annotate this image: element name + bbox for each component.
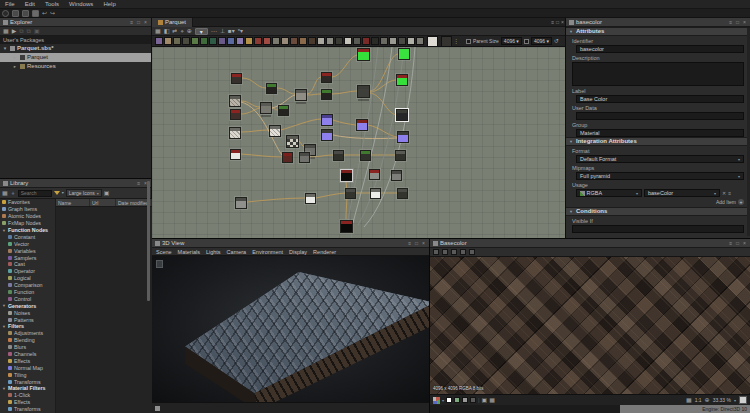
section-attributes[interactable]: ▼Attributes (566, 27, 750, 36)
label-field[interactable]: Base Color (576, 95, 744, 103)
collapse-arrow-icon[interactable]: ▼ (569, 207, 573, 216)
3d-menu-renderer[interactable]: Renderer (313, 248, 336, 255)
column-header-url[interactable]: Url (90, 199, 116, 206)
graph-wire[interactable] (281, 119, 321, 130)
panel-close-icon[interactable]: × (742, 239, 747, 248)
strip-node-thumb[interactable] (173, 37, 181, 45)
strip-node-thumb-large[interactable] (427, 36, 438, 47)
color-picker-swatch[interactable] (739, 396, 747, 404)
strip-node-thumb[interactable] (272, 37, 280, 45)
view-mode-dropdown[interactable]: Large Icons ▾ (66, 189, 102, 197)
visibleif-field[interactable] (572, 225, 744, 233)
channels-icon[interactable] (433, 397, 440, 404)
channel-square[interactable] (446, 397, 452, 403)
target-icon[interactable]: ⌖ (180, 27, 183, 35)
remove-usage-icon[interactable]: ✕ (722, 190, 726, 196)
3d-menu-environment[interactable]: Environment (252, 248, 283, 255)
channel-square[interactable] (470, 397, 476, 403)
graph-wire[interactable] (241, 154, 282, 157)
library-settings-icon[interactable]: ▣ (104, 189, 110, 197)
format-dropdown[interactable]: Default Format▾ (576, 155, 744, 163)
panel-float-icon[interactable]: □ (414, 239, 419, 248)
unlink-icon[interactable]: ⧉ (27, 27, 31, 35)
graph-node[interactable] (340, 169, 353, 182)
2d-viewport[interactable]: 4096 x 4096 RGBA 8 bits (430, 257, 750, 394)
strip-node-thumb[interactable] (182, 37, 190, 45)
filter-caret-icon[interactable]: ▾ (62, 189, 64, 197)
graph-node[interactable] (229, 127, 241, 139)
graph-wire[interactable] (332, 91, 357, 94)
dots-icon[interactable]: ⋯ (211, 27, 217, 35)
new-graph-icon[interactable]: ▦ (3, 27, 9, 35)
graph-wire[interactable] (277, 88, 295, 94)
channel-square[interactable] (454, 397, 460, 403)
add-item-button[interactable]: + (738, 199, 744, 205)
graph-node[interactable] (321, 114, 333, 126)
library-tree-item-effects[interactable]: Effects (0, 357, 55, 364)
graph-node[interactable] (369, 169, 380, 180)
graph-node[interactable] (357, 48, 370, 61)
strip-node-thumb[interactable] (164, 37, 172, 45)
graph-node[interactable] (321, 129, 333, 141)
library-tree-item-patterns[interactable]: Patterns (0, 316, 55, 323)
graph-node[interactable] (397, 188, 408, 199)
pin-icon[interactable]: ⊥ (220, 27, 225, 35)
graph-node[interactable] (345, 188, 356, 199)
graph-wire[interactable] (332, 55, 357, 77)
graph-node[interactable] (266, 83, 277, 94)
strip-node-thumb[interactable] (326, 37, 334, 45)
graph-node[interactable] (397, 131, 409, 143)
graph-node[interactable] (269, 125, 281, 137)
panel-menu-icon[interactable]: ≡ (129, 18, 134, 27)
strip-node-thumb[interactable] (155, 37, 163, 45)
tool-dropdown[interactable]: ▾ (195, 28, 208, 35)
new-package-icon[interactable] (12, 10, 19, 17)
library-new-icon[interactable]: ▦ (2, 189, 8, 197)
library-tree-item-function-nodes[interactable]: ▼Function Nodes (0, 227, 55, 234)
strip-node-thumb[interactable] (200, 37, 208, 45)
graph-wire[interactable] (307, 94, 321, 95)
section-conditions[interactable]: ▼Conditions (566, 207, 750, 216)
expand-arrow-icon[interactable]: ▸ (12, 62, 18, 71)
graph-node[interactable] (321, 72, 332, 83)
overflow-dots-icon[interactable]: ⋮ (453, 37, 459, 45)
strip-node-thumb[interactable] (236, 37, 244, 45)
graph-wire[interactable] (333, 120, 356, 125)
panel-menu-icon[interactable]: ≡ (136, 179, 141, 188)
group-field[interactable]: Material (576, 129, 744, 137)
3d-menu-materials[interactable]: Materials (178, 248, 200, 255)
library-tree-item-logical[interactable]: Logical (0, 275, 55, 282)
3d-viewport[interactable] (152, 256, 429, 402)
library-tree-item-blending[interactable]: Blending (0, 337, 55, 344)
graph-node[interactable] (333, 150, 344, 161)
fx-dropdown-icon[interactable]: *▾ (238, 27, 243, 35)
graph-wire[interactable] (247, 198, 305, 202)
search-icon[interactable] (2, 10, 9, 17)
section-integration-attributes[interactable]: ▼Integration Attributes (566, 137, 750, 146)
graph-node[interactable] (282, 152, 293, 163)
strip-node-thumb[interactable] (362, 37, 370, 45)
library-tree-item-filters[interactable]: ▼Filters (0, 323, 55, 330)
library-tree-item-normal-map[interactable]: Normal Map (0, 364, 55, 371)
graph-node[interactable] (398, 48, 410, 60)
frame-icon[interactable]: ◧ (164, 27, 170, 35)
mipmaps-dropdown[interactable]: Full pyramid▾ (576, 172, 744, 180)
library-tree-item-adjustments[interactable]: Adjustments (0, 330, 55, 337)
library-scrollbar[interactable] (147, 181, 150, 301)
userdata-field[interactable] (576, 112, 744, 120)
reset-size-icon[interactable]: ↺ (554, 37, 559, 45)
graph-wire[interactable] (316, 193, 345, 198)
collapse-arrow-icon[interactable]: ▼ (2, 303, 6, 308)
strip-node-thumb[interactable] (218, 37, 226, 45)
strip-node-thumb[interactable] (344, 37, 352, 45)
menu-windows[interactable]: Windows (64, 0, 98, 8)
library-tree-item-blurs[interactable]: Blurs (0, 344, 55, 351)
zoom-icon[interactable]: ⊕ (187, 27, 192, 35)
graph-node[interactable] (356, 119, 368, 131)
panel-float-icon[interactable]: □ (735, 18, 740, 27)
explorer-item-package[interactable]: ▼ Parquet.sbs* (0, 44, 151, 53)
library-tree-item-control[interactable]: Control (0, 295, 55, 302)
save-icon[interactable] (32, 10, 39, 17)
swap-icon[interactable]: ⇄ (172, 27, 177, 35)
library-tree-item-noises[interactable]: Noises (0, 309, 55, 316)
